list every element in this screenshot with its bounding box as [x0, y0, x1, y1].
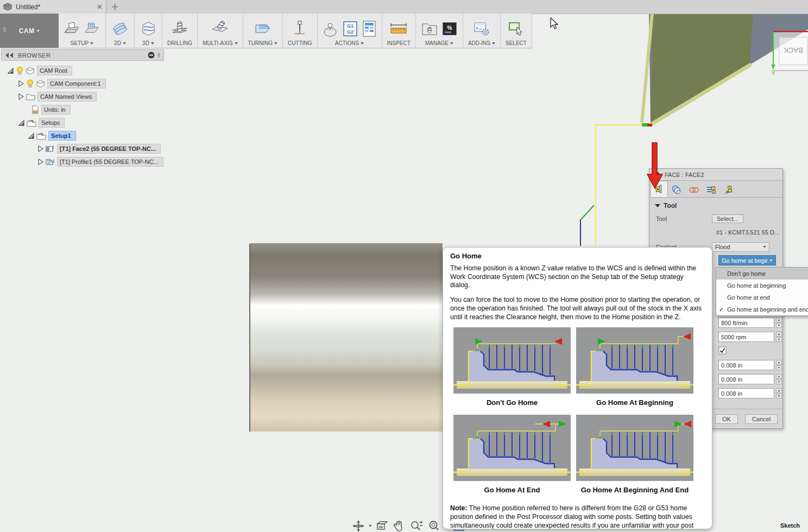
tree-item-label[interactable]: CAM Component:1 — [47, 79, 106, 88]
browser-panel-header[interactable]: BROWSER ‖ — [1, 49, 164, 61]
tree-row-named-views[interactable]: CAM Named Views — [18, 91, 97, 102]
collapsed-triangle-icon[interactable] — [18, 93, 24, 100]
tree-row-cam-root[interactable]: CAM Root — [8, 65, 72, 76]
ribbon-group-manage[interactable]: % MANAGE — [416, 14, 463, 48]
tree-item-label-selected[interactable]: Setup1 — [48, 131, 76, 141]
tab-passes[interactable] — [703, 182, 720, 197]
spinner-control[interactable]: ▲▼ — [776, 332, 782, 342]
menu-item-go-home-beginning[interactable]: Go home at beginning — [716, 280, 808, 292]
collapsed-triangle-icon[interactable] — [38, 159, 43, 165]
ribbon-group-label: MULTI-AXIS — [203, 40, 232, 46]
tool-select-button[interactable]: Select... — [712, 214, 743, 223]
tree-item-label[interactable]: Units: in — [41, 105, 71, 115]
ribbon-group-addins[interactable]: ADD-INS — [463, 14, 501, 48]
tree-item-label[interactable]: CAM Named Views — [37, 92, 97, 102]
document-tab[interactable]: Untitled* — [0, 0, 106, 14]
orbit-icon[interactable] — [352, 520, 365, 532]
menu-item-dont-go-home[interactable]: Don't go home — [716, 268, 808, 280]
turning-icon[interactable] — [254, 21, 272, 37]
minimize-panel-icon[interactable] — [148, 52, 155, 59]
expanded-triangle-icon[interactable] — [18, 120, 24, 126]
feed2-input[interactable]: 0.008 in — [718, 374, 774, 384]
ribbon-group-cutting[interactable]: CUTTING — [283, 14, 317, 48]
tab-linking[interactable] — [720, 182, 737, 197]
collapsed-triangle-icon[interactable] — [18, 80, 24, 87]
spinner-control[interactable]: ▲▼ — [776, 360, 782, 370]
tree-item-label[interactable]: [T1] Face2 (55 DEGREE TOP-NC... — [57, 144, 161, 154]
coolant-select[interactable]: Flood — [712, 242, 769, 252]
pan-icon[interactable] — [393, 520, 406, 532]
tool-library-icon[interactable] — [421, 21, 438, 37]
ribbon-group-select[interactable]: SELECT — [501, 14, 532, 48]
expanded-triangle-icon[interactable] — [8, 68, 14, 74]
menu-item-go-home-end[interactable]: Go home at end — [716, 292, 808, 303]
ribbon-group-turning[interactable]: TURNING — [243, 14, 283, 48]
tree-row-setup1[interactable]: Setup1 — [28, 130, 76, 141]
multi-axis-icon[interactable] — [210, 21, 230, 37]
ok-button[interactable]: OK — [715, 414, 738, 424]
ribbon-group-label: ADD-INS — [468, 40, 490, 46]
drilling-icon[interactable] — [171, 21, 189, 37]
post-library-icon[interactable]: % — [441, 21, 458, 37]
tree-row-setups[interactable]: Setups — [18, 117, 65, 128]
tree-item-label[interactable]: [T1] Profile1 (55 DEGREE TOP-NC... — [57, 157, 163, 167]
spinner-control[interactable]: ▲▼ — [776, 374, 782, 384]
ribbon-group-drilling[interactable]: DRILLING — [162, 14, 198, 48]
panel-resize-handle[interactable]: ‖ — [157, 52, 160, 59]
new-folder-icon[interactable] — [84, 21, 100, 37]
dialog-header[interactable]: FACE : FACE2 — [649, 169, 782, 181]
expanded-triangle-icon[interactable] — [28, 133, 34, 139]
cancel-button[interactable]: Cancel — [745, 414, 778, 424]
look-at-icon[interactable] — [376, 520, 389, 532]
ribbon-group-actions[interactable]: G1 G2 ACTIONS — [318, 14, 382, 48]
scripts-addins-icon[interactable] — [473, 21, 490, 37]
lightbulb-icon[interactable] — [26, 79, 34, 88]
ribbon-group-multiaxis[interactable]: MULTI-AXIS — [198, 14, 243, 48]
tree-item-label[interactable]: Setups — [39, 118, 65, 128]
stock-cylinder-render[interactable] — [250, 243, 443, 432]
fit-icon[interactable] — [427, 520, 440, 532]
workspace-switcher[interactable]: ‖ CAM — [0, 14, 59, 48]
simulate-icon[interactable] — [323, 20, 339, 37]
surface-speed-input[interactable]: 800 ft/min — [718, 318, 774, 328]
tree-row-face2[interactable]: [T1] Face2 (55 DEGREE TOP-NC... — [38, 143, 161, 154]
tab-radii[interactable] — [685, 182, 703, 197]
setup-sheet-icon[interactable] — [362, 20, 377, 37]
ribbon-group-setup[interactable]: SETUP — [59, 14, 106, 48]
zoom-icon[interactable] — [409, 520, 424, 532]
close-tab-icon[interactable] — [97, 4, 103, 10]
tool-section-header[interactable]: Tool — [649, 198, 782, 210]
spinner-control[interactable]: ▲▼ — [776, 388, 782, 398]
select-icon[interactable] — [507, 21, 525, 37]
go-home-dropdown[interactable]: Go home at begir... — [718, 255, 776, 265]
tree-row-units[interactable]: Units: in — [31, 104, 71, 115]
chevron-down-icon[interactable] — [369, 525, 372, 527]
new-setup-icon[interactable] — [64, 21, 81, 37]
panel-drag-handle[interactable]: ‖ — [3, 26, 7, 34]
ribbon-group-3d[interactable]: 3D — [135, 14, 162, 48]
cutting-icon[interactable] — [292, 20, 308, 37]
feed3-input[interactable]: 0.008 in — [718, 388, 774, 398]
new-tab-button[interactable] — [109, 1, 121, 12]
collapse-panel-icon[interactable] — [5, 53, 14, 58]
tree-item-label[interactable]: CAM Root — [37, 66, 72, 75]
post-process-icon[interactable]: G1 G2 — [342, 20, 358, 37]
tree-row-profile1[interactable]: [T1] Profile1 (55 DEGREE TOP-NC... — [38, 156, 163, 167]
ribbon-group-inspect[interactable]: INSPECT — [382, 14, 416, 48]
tab-tool[interactable] — [651, 181, 668, 197]
feed-checkbox[interactable] — [718, 346, 727, 357]
tab-geometry[interactable] — [668, 182, 685, 197]
lightbulb-icon[interactable] — [16, 66, 24, 75]
spinner-control[interactable]: ▲▼ — [776, 318, 782, 328]
ribbon-group-2d[interactable]: 2D — [106, 14, 135, 48]
document-title: Untitled* — [16, 3, 97, 11]
2d-milling-icon[interactable] — [111, 21, 129, 37]
collapsed-triangle-icon[interactable] — [38, 145, 43, 152]
tree-row-cam-component[interactable]: CAM Component:1 — [18, 78, 106, 89]
feed1-input[interactable]: 0.008 in — [718, 360, 774, 370]
3d-milling-icon[interactable] — [140, 21, 157, 37]
measure-icon[interactable] — [389, 21, 408, 37]
menu-item-go-home-beginning-end[interactable]: ✓ Go home at beginning and end — [716, 303, 808, 315]
viewcube[interactable] — [773, 31, 808, 71]
spindle-speed-input[interactable]: 5000 rpm — [718, 332, 774, 342]
